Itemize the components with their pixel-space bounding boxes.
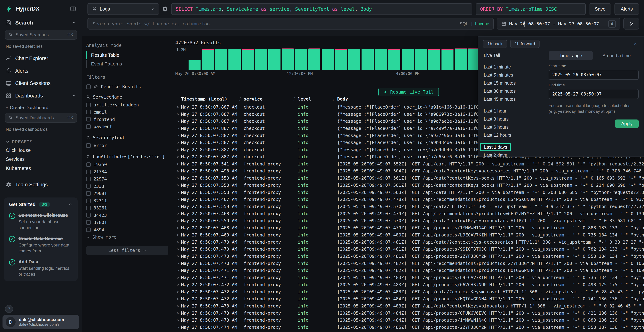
checkbox[interactable] [86,184,91,188]
filter-checkbox-item[interactable]: 2333 [86,183,168,190]
get-started-item[interactable]: ✓Create Data SourcesConfigure where your… [9,236,73,254]
save-button[interactable]: Save [589,3,611,15]
column-resize-handle[interactable]: ⋮ [238,96,242,102]
saved-dashboards-input[interactable]: Saved Dashboards ⌘K [5,113,77,123]
log-row[interactable]: >May 27 8:50:07.559 AMfrontend-proxyinfo… [174,203,644,210]
time-range-option[interactable]: Last 30 minutes [484,87,544,95]
column-header-level[interactable]: level⋮ [298,96,337,102]
source-settings-gear-icon[interactable] [162,6,168,12]
row-expand-chevron[interactable]: > [174,282,181,287]
filter-checkbox-item[interactable]: frontend [86,116,168,123]
log-row[interactable]: >May 27 8:50:07.472 AMfrontend-proxyinfo… [174,295,644,302]
log-row[interactable]: >May 27 8:50:07.473 AMfrontend-proxyinfo… [174,316,644,324]
search-input[interactable] [92,21,457,27]
filter-checkbox-item[interactable]: email [86,108,168,116]
row-expand-chevron[interactable]: > [174,247,181,252]
row-expand-chevron[interactable]: > [174,311,181,315]
sql-toggle[interactable]: SQL [460,21,468,26]
row-expand-chevron[interactable]: > [174,261,181,266]
row-expand-chevron[interactable]: > [174,226,181,230]
time-range-option[interactable]: Live Tail [484,51,544,59]
create-dashboard-button[interactable]: + Create Dashboard [0,102,82,112]
time-range-option[interactable]: Last 12 hours [484,131,544,139]
time-range-option[interactable]: Last 45 minutes [484,95,544,103]
filter-checkbox-item[interactable]: 33261 [86,204,168,212]
log-row[interactable]: >May 27 8:50:07.468 AMfrontend-proxyinfo… [174,224,644,232]
preset-item[interactable]: Services [0,155,82,164]
filter-checkbox-item[interactable]: 4894 [86,226,168,233]
analysis-mode-option[interactable]: Results Table [86,51,168,59]
lucene-toggle[interactable]: Lucene [475,21,489,26]
checkbox[interactable] [86,206,91,210]
filter-checkbox-item[interactable]: payment [86,123,168,130]
filter-checkbox-item[interactable]: 32311 [86,197,168,204]
log-row[interactable]: >May 27 8:50:07.550 AMfrontend-proxyinfo… [174,182,644,189]
checkbox[interactable] [86,220,91,225]
row-expand-chevron[interactable]: > [174,218,181,223]
row-expand-chevron[interactable]: > [174,126,181,131]
row-expand-chevron[interactable]: > [174,325,181,330]
get-started-item[interactable]: ✓Add DataStart sending logs, metrics, or… [9,259,73,277]
filter-checkbox-item[interactable]: error [86,142,168,149]
row-expand-chevron[interactable]: > [174,176,181,180]
search-icon[interactable] [86,155,90,159]
apply-button[interactable]: Apply [615,120,639,128]
log-row[interactable]: >May 27 8:50:07.559 AMfrontend-proxyinfo… [174,217,644,224]
row-expand-chevron[interactable]: > [174,197,181,202]
log-row[interactable]: >May 27 8:50:07.493 AMfrontend-proxyinfo… [174,168,644,174]
source-select[interactable]: Logs [88,3,159,15]
log-row[interactable]: >May 27 8:50:07.541 AMfrontend-proxyinfo… [174,160,644,168]
log-row[interactable]: >May 27 8:50:07.473 AMfrontend-proxyinfo… [174,310,644,316]
log-row[interactable]: >May 27 8:50:07.471 AMfrontend-proxyinfo… [174,274,644,281]
row-expand-chevron[interactable]: > [174,169,181,173]
saved-searches-input[interactable]: Saved Searches ⌘K [5,30,77,40]
row-expand-chevron[interactable]: > [174,290,181,294]
preset-item[interactable]: Kubernetes [0,164,82,172]
start-time-input[interactable]: 2025-05-26 08:50:07 [549,70,639,80]
checkbox[interactable] [86,198,91,203]
sidebar-item-alerts[interactable]: Alerts [0,64,82,77]
row-expand-chevron[interactable]: > [174,105,181,109]
filter-checkbox-item[interactable]: 22974 [86,176,168,183]
row-expand-chevron[interactable]: > [174,211,181,216]
denoise-results-checkbox[interactable]: Denoise Results [86,83,168,90]
log-row[interactable]: >May 27 8:50:07.550 AMfrontend-proxyinfo… [174,174,644,182]
checkbox[interactable] [86,124,91,129]
less-filters-button[interactable]: Less filters [86,246,168,255]
time-range-option[interactable]: Last 5 minutes [484,71,544,79]
close-icon[interactable]: × [632,40,639,47]
log-row[interactable]: >May 27 8:50:07.470 AMfrontend-proxyinfo… [174,260,644,267]
row-expand-chevron[interactable]: > [174,304,181,308]
time-picker-tab[interactable]: Time range [549,51,593,60]
checkbox[interactable] [86,177,91,182]
order-by-editor[interactable]: ORDER BY TimestampTime DESC [476,3,586,15]
user-menu[interactable]: D dale@clickhouse.com dale@clickhouse.co… [2,315,80,330]
log-row[interactable]: >May 27 8:50:07.467 AMfrontend-proxyinfo… [174,196,644,203]
row-expand-chevron[interactable]: > [174,232,181,237]
checkbox[interactable] [86,110,91,114]
filter-checkbox-item[interactable]: 19350 [86,161,168,168]
sidebar-item-search[interactable]: Search [0,16,82,29]
row-expand-chevron[interactable]: > [174,268,181,273]
time-range-option[interactable]: Last 2 days [484,151,544,157]
checkbox[interactable] [86,103,91,107]
row-expand-chevron[interactable]: > [174,240,181,244]
row-expand-chevron[interactable]: > [174,162,181,166]
row-expand-chevron[interactable]: > [174,140,181,145]
presets-toggle[interactable]: PRESETS [0,135,82,146]
sidebar-collapse-icon[interactable] [70,6,76,12]
log-row[interactable]: >May 27 8:50:07.470 AMfrontend-proxyinfo… [174,246,644,253]
log-row[interactable]: >May 27 8:50:07.468 AMfrontend-proxyinfo… [174,210,644,217]
chevron-up-icon[interactable] [68,202,73,207]
alerts-button[interactable]: Alerts [614,3,639,15]
filter-checkbox-item[interactable]: 21734 [86,168,168,175]
row-expand-chevron[interactable]: > [174,318,181,322]
row-expand-chevron[interactable]: > [174,148,181,152]
log-row[interactable]: >May 27 8:50:07.469 AMfrontend-proxyinfo… [174,231,644,238]
row-expand-chevron[interactable]: > [174,183,181,188]
analysis-mode-option[interactable]: Event Patterns [86,60,168,68]
sidebar-item-chart-explorer[interactable]: Chart Explorer [0,52,82,65]
column-resize-handle[interactable]: ⋮ [331,96,336,102]
duration-badge[interactable]: d [608,20,616,28]
chevron-up-icon[interactable] [72,20,76,25]
